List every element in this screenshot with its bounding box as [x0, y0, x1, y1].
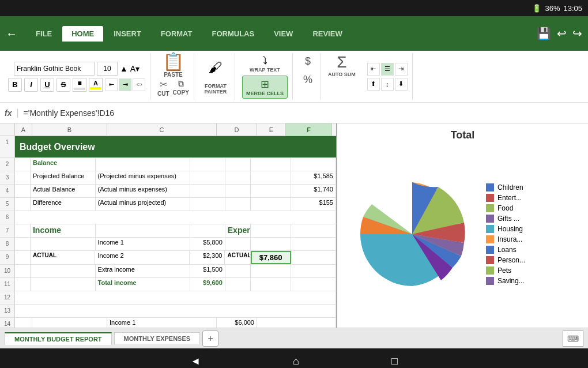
legend-item-insurance: Insura...	[486, 235, 525, 243]
font-color-btn[interactable]: A▾	[130, 64, 140, 73]
tab-insert[interactable]: INSERT	[104, 26, 150, 42]
legend-color-gifts	[486, 215, 494, 223]
table-row: 11 Total income $9,600	[0, 278, 336, 291]
center-align-active[interactable]: ☰	[381, 63, 394, 76]
top-bar-actions: 💾 ↩ ↪	[537, 27, 582, 40]
col-header-g[interactable]: G	[332, 123, 337, 136]
sheet-tab-budget[interactable]: MONTHLY BUDGET REPORT	[5, 332, 112, 345]
wrap-text-button[interactable]: ⤵ WRAP TEXT	[246, 53, 284, 74]
fill-color-button[interactable]: ■	[73, 78, 86, 92]
back-button[interactable]: ←	[6, 27, 17, 40]
undo-button[interactable]: ↩	[557, 27, 567, 40]
legend-item-savings: Saving...	[486, 277, 525, 285]
tab-formulas[interactable]: FORMULAS	[202, 26, 263, 42]
row-num-header	[0, 123, 15, 136]
font-size-input[interactable]	[97, 62, 118, 76]
table-row: 9 ACTUAL Income 2 $2,300 ACTUAL $7,860	[0, 251, 336, 265]
align-right-button[interactable]: ⇦	[133, 78, 145, 91]
legend-color-pets	[486, 266, 494, 275]
time: 13:05	[563, 4, 582, 13]
keyboard-button[interactable]: ⌨	[563, 331, 583, 347]
font-name-input[interactable]	[14, 62, 95, 76]
legend-item-loans: Loans	[486, 246, 525, 254]
redo-button[interactable]: ↪	[572, 27, 582, 40]
col-header-b[interactable]: B	[32, 123, 107, 136]
table-row: 8 Income 1 $5,800	[0, 238, 336, 251]
percent-button[interactable]: %	[300, 72, 316, 88]
legend-color-housing	[486, 225, 494, 233]
italic-button[interactable]: I	[24, 78, 38, 92]
table-row: 10 Extra income $1,500	[0, 265, 336, 278]
number-group: $ %	[295, 53, 321, 100]
paste-button[interactable]: 📋	[163, 53, 184, 70]
align-center-button[interactable]: ⇥	[119, 78, 131, 91]
battery-percent: 36%	[545, 4, 560, 13]
chart-title: Total	[343, 129, 582, 141]
table-row: 4 Actual Balance (Actual minus expenses)…	[0, 185, 336, 198]
formula-bar-separator: |	[16, 108, 18, 118]
autosum-group[interactable]: Σ AUTO SUM	[323, 53, 360, 100]
tab-review[interactable]: REVIEW	[303, 26, 351, 42]
col-header-a[interactable]: A	[15, 123, 32, 136]
cut-button[interactable]: ✂ CUT	[157, 79, 169, 97]
bold-button[interactable]: B	[8, 78, 22, 92]
wrap-text-icon: ⤵	[262, 55, 267, 67]
col-header-c[interactable]: C	[107, 123, 217, 136]
column-headers: A B C D E F G	[0, 123, 336, 136]
merge-cells-button[interactable]: ⊞ MERGE CELLS	[242, 76, 288, 99]
legend-label-loans: Loans	[497, 246, 517, 254]
align-middle-button[interactable]: ↕	[381, 78, 394, 91]
status-bar: 🔋 36% 13:05	[0, 0, 588, 16]
pie-chart	[343, 146, 481, 322]
android-home-button[interactable]: ⌂	[293, 355, 299, 367]
ribbon: ▲ A▾ B I U S ■ A ⇤ ⇥ ⇦ 📋 PASTE	[0, 51, 588, 103]
formula-bar: fx |	[0, 103, 588, 123]
android-recents-button[interactable]: □	[391, 355, 398, 367]
tab-file[interactable]: FILE	[27, 26, 61, 42]
table-row: 14 Income 1 $6,000	[0, 318, 336, 328]
add-sheet-button[interactable]: +	[202, 331, 218, 347]
legend-label-entertainment: Entert...	[497, 194, 522, 202]
budget-overview-title: Budget Overview	[20, 142, 95, 152]
font-highlight-button[interactable]: A	[89, 78, 103, 92]
wrap-merge-group: ⤵ WRAP TEXT ⊞ MERGE CELLS	[238, 53, 293, 100]
legend-label-savings: Saving...	[497, 277, 525, 285]
legend-item-personal: Person...	[486, 256, 525, 264]
underline-button[interactable]: U	[40, 78, 54, 92]
legend-color-entertainment	[486, 194, 494, 202]
bottom-tabs: MONTHLY BUDGET REPORT MONTHLY EXPENSES +…	[0, 328, 588, 348]
tab-view[interactable]: VIEW	[265, 26, 302, 42]
sheet-tab-expenses[interactable]: MONTHLY EXPENSES	[114, 332, 201, 344]
tab-home[interactable]: HOME	[62, 26, 103, 42]
legend-label-gifts: Gifts ...	[497, 215, 519, 223]
font-size-up-icon[interactable]: ▲	[120, 64, 128, 73]
merge-cells-icon: ⊞	[261, 78, 269, 91]
legend-item-housing: Housing	[486, 225, 525, 233]
copy-button[interactable]: ⧉ COPY	[173, 79, 189, 97]
legend-item-gifts: Gifts ...	[486, 215, 525, 223]
indent-left-button[interactable]: ⇤	[367, 63, 380, 76]
strikethrough-button[interactable]: S	[56, 78, 70, 92]
spreadsheet-area: A B C D E F G 1 Budget Overview 2 Balanc…	[0, 123, 588, 328]
align-top-button[interactable]: ⬆	[367, 78, 380, 91]
android-back-button[interactable]: ◄	[190, 355, 201, 367]
legend-label-personal: Person...	[497, 256, 525, 264]
clipboard-group: 📋 PASTE ✂ CUT ⧉ COPY	[153, 53, 194, 100]
format-painter-button[interactable]: 🖌 FORMATPAINTER	[197, 53, 235, 100]
save-button[interactable]: 💾	[537, 27, 551, 40]
col-header-d[interactable]: D	[217, 123, 257, 136]
col-header-e[interactable]: E	[257, 123, 286, 136]
tab-format[interactable]: FORMAT	[152, 26, 202, 42]
alignment-group: ⇤ ⇥ ⇦	[105, 78, 145, 91]
align-bottom-button[interactable]: ⬇	[395, 78, 408, 91]
legend-color-savings	[486, 277, 494, 285]
legend-item-children: Children	[486, 183, 525, 191]
table-row: 12	[0, 291, 336, 305]
dollar-button[interactable]: $	[300, 53, 316, 69]
align-left-button[interactable]: ⇤	[105, 78, 118, 91]
table-row: 1 Budget Overview	[0, 136, 336, 158]
indent-right-button[interactable]: ⇥	[395, 63, 408, 76]
col-header-f[interactable]: F	[286, 123, 332, 136]
formula-input[interactable]	[24, 108, 583, 118]
table-row: 3 Projected Balance (Projected minus exp…	[0, 171, 336, 185]
